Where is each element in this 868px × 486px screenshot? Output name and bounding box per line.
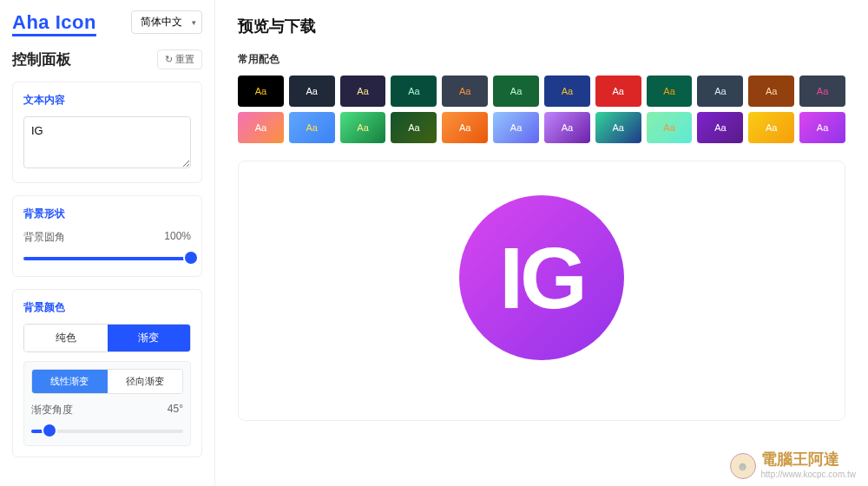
color-swatch[interactable]: Aa bbox=[442, 76, 488, 107]
color-swatch[interactable]: Aa bbox=[748, 76, 794, 107]
color-swatch[interactable]: Aa bbox=[493, 76, 539, 107]
reset-label: 重置 bbox=[175, 53, 194, 66]
color-swatch[interactable]: Aa bbox=[647, 76, 693, 107]
color-swatch[interactable]: Aa bbox=[391, 112, 437, 143]
watermark-url: http://www.kocpc.com.tw bbox=[761, 470, 856, 479]
color-swatch[interactable]: Aa bbox=[748, 112, 794, 143]
text-content-input[interactable] bbox=[23, 116, 191, 168]
bg-color-title: 背景颜色 bbox=[23, 300, 191, 315]
text-content-card: 文本内容 bbox=[12, 82, 202, 183]
color-swatch[interactable]: Aa bbox=[238, 76, 284, 107]
color-swatch[interactable]: Aa bbox=[799, 112, 845, 143]
tab-linear-gradient[interactable]: 线性渐变 bbox=[32, 370, 108, 393]
color-swatch[interactable]: Aa bbox=[442, 112, 488, 143]
radius-value: 100% bbox=[164, 230, 191, 245]
color-swatch[interactable]: Aa bbox=[544, 76, 590, 107]
control-sidebar: Aha Icon 简体中文 ▾ 控制面板 ↻ 重置 文本内容 背景形状 背景圆角… bbox=[0, 0, 215, 486]
app-logo[interactable]: Aha Icon bbox=[12, 11, 96, 34]
radius-slider[interactable] bbox=[23, 250, 191, 266]
color-swatch[interactable]: Aa bbox=[647, 112, 693, 143]
tab-solid[interactable]: 纯色 bbox=[24, 325, 108, 351]
color-mode-tabs: 纯色 渐变 bbox=[23, 324, 191, 352]
bg-shape-card: 背景形状 背景圆角 100% bbox=[12, 195, 202, 277]
color-swatch[interactable]: Aa bbox=[391, 76, 437, 107]
bg-shape-title: 背景形状 bbox=[23, 207, 191, 221]
color-swatch[interactable]: Aa bbox=[697, 112, 743, 143]
angle-value: 45° bbox=[168, 403, 183, 417]
logo-preview-text: IG bbox=[499, 228, 584, 328]
reset-button[interactable]: ↻ 重置 bbox=[157, 49, 202, 69]
main-panel: 预览与下载 常用配色 AaAaAaAaAaAaAaAaAaAaAaAaAaAaA… bbox=[215, 0, 868, 486]
watermark: ☻ 電腦王阿達 http://www.kocpc.com.tw bbox=[730, 449, 856, 479]
color-swatch[interactable]: Aa bbox=[289, 76, 335, 107]
preview-area: IG bbox=[238, 161, 845, 421]
color-swatch[interactable]: Aa bbox=[595, 76, 641, 107]
swatch-section-label: 常用配色 bbox=[238, 52, 845, 67]
color-swatch[interactable]: Aa bbox=[544, 112, 590, 143]
angle-slider[interactable] bbox=[31, 423, 183, 438]
swatch-grid: AaAaAaAaAaAaAaAaAaAaAaAaAaAaAaAaAaAaAaAa… bbox=[238, 76, 845, 143]
text-content-title: 文本内容 bbox=[23, 93, 191, 108]
tab-gradient[interactable]: 渐变 bbox=[108, 325, 191, 351]
watermark-brand: 電腦王阿達 bbox=[761, 449, 856, 470]
tab-radial-gradient[interactable]: 径向渐变 bbox=[108, 370, 183, 393]
radius-label: 背景圆角 bbox=[23, 230, 65, 245]
color-swatch[interactable]: Aa bbox=[799, 76, 845, 107]
color-swatch[interactable]: Aa bbox=[595, 112, 641, 143]
language-select[interactable]: 简体中文 bbox=[131, 10, 202, 34]
color-swatch[interactable]: Aa bbox=[493, 112, 539, 143]
gradient-type-tabs: 线性渐变 径向渐变 bbox=[31, 369, 183, 394]
logo-preview-circle: IG bbox=[459, 195, 624, 360]
color-swatch[interactable]: Aa bbox=[340, 112, 386, 143]
panel-title: 控制面板 bbox=[12, 49, 71, 69]
angle-label: 渐变角度 bbox=[31, 403, 73, 417]
color-swatch[interactable]: Aa bbox=[289, 112, 335, 143]
color-swatch[interactable]: Aa bbox=[340, 76, 386, 107]
color-swatch[interactable]: Aa bbox=[238, 112, 284, 143]
main-title: 预览与下载 bbox=[238, 16, 845, 36]
reset-icon: ↻ bbox=[165, 54, 173, 65]
watermark-avatar-icon: ☻ bbox=[730, 453, 756, 479]
color-swatch[interactable]: Aa bbox=[697, 76, 743, 107]
bg-color-card: 背景颜色 纯色 渐变 线性渐变 径向渐变 渐变角度 45° bbox=[12, 289, 202, 457]
